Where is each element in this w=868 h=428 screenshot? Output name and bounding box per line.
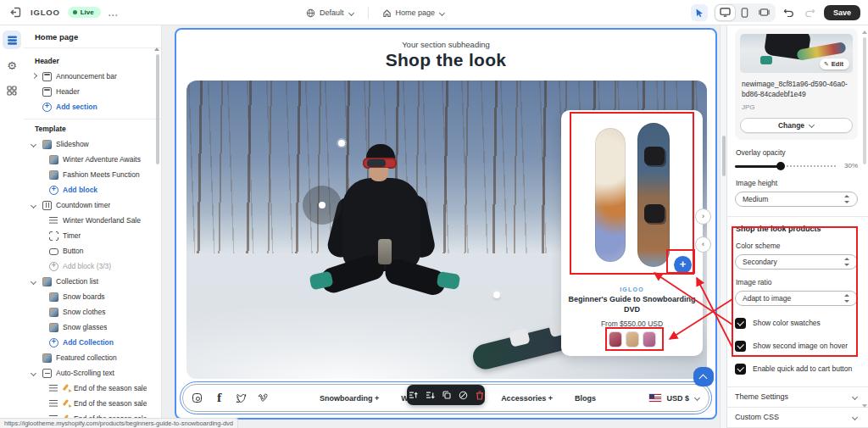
sidebar-item-add-section[interactable]: Add section (24, 99, 161, 114)
fullscreen-preview-button[interactable] (754, 5, 774, 20)
hide-section-icon[interactable] (459, 391, 468, 400)
redo-button[interactable] (803, 5, 818, 20)
mobile-preview-button[interactable] (735, 5, 754, 20)
color-scheme-select[interactable]: Secondary (735, 254, 858, 270)
selected-image-thumbnail[interactable]: ✎Edit (740, 34, 853, 73)
swatch-tan[interactable] (626, 332, 638, 347)
checkbox-row-show-second-image-on-hover[interactable]: Show second image on hover (735, 341, 858, 352)
carousel-prev-button[interactable]: ‹ (695, 236, 711, 253)
checkbox-row-enable-quick-add-to-cart-button[interactable]: Enable quick add to cart button (735, 364, 858, 375)
checked-checkbox-icon[interactable] (735, 364, 746, 375)
chevron-down-icon[interactable] (31, 202, 38, 209)
image-ratio-select[interactable]: Adapt to image (735, 291, 858, 306)
sidebar-scrollbar[interactable] (156, 54, 159, 164)
theme-settings-tab-icon[interactable]: ⚙ (3, 56, 21, 75)
image-height-select[interactable]: Medium (735, 192, 858, 207)
sidebar-item-fashion-meets-function[interactable]: Fashion Meets Function (24, 167, 161, 182)
chevron-down-icon[interactable] (31, 141, 38, 148)
delete-section-icon[interactable] (476, 391, 484, 400)
overlay-opacity-slider[interactable] (735, 161, 836, 170)
checkbox-row-show-color-swatches[interactable]: Show color swatches (735, 318, 858, 329)
page-selector[interactable]: Home page (377, 6, 451, 20)
add-icon (42, 103, 52, 112)
currency-selector[interactable]: USD $ (649, 394, 700, 403)
image-icon (49, 292, 58, 302)
desktop-preview-button[interactable] (715, 5, 735, 20)
move-up-icon[interactable] (409, 391, 418, 400)
instagram-icon[interactable] (192, 392, 203, 403)
change-image-button[interactable]: Change (740, 118, 853, 133)
duplicate-icon[interactable] (442, 391, 451, 399)
checked-checkbox-icon[interactable] (735, 341, 746, 352)
facebook-icon[interactable]: f (214, 392, 225, 403)
sidebar-item-collection-list[interactable]: Collection list (24, 274, 161, 289)
chevron-right-icon[interactable] (31, 73, 38, 81)
color-swatches[interactable] (561, 332, 703, 347)
custom-css-collapsible[interactable]: Custom CSS (735, 408, 858, 427)
footer-nav-accessories[interactable]: Accessories + (501, 394, 553, 403)
product-hotspot-halo[interactable] (303, 186, 342, 225)
undo-button[interactable] (782, 5, 797, 20)
sidebar-item-auto-scrolling-text[interactable]: Auto-Scrolling text (24, 365, 161, 381)
sidebar-item-winter-adventure-awaits[interactable]: Winter Adventure Awaits (24, 152, 161, 167)
exit-editor-icon[interactable] (8, 5, 23, 20)
sidebar-item-featured-collection[interactable]: Featured collection (24, 350, 161, 365)
locale-selector[interactable]: Default (301, 6, 359, 20)
product-title[interactable]: Beginner's Guide to Snowboarding DVD (568, 295, 696, 314)
panel-scrollbar[interactable] (862, 29, 867, 425)
sidebar-item-timer[interactable]: Timer (24, 228, 161, 243)
swatch-red[interactable] (609, 332, 621, 347)
sidebar-item-label: Add Collection (63, 338, 114, 347)
home-icon (382, 8, 392, 18)
product-card[interactable]: + IGLOO Beginner's Guide to Snowboarding… (561, 110, 703, 356)
chevron-down-icon (852, 394, 858, 400)
footer-nav-snowboarding[interactable]: Snowboarding + (320, 394, 379, 403)
inspector-pointer-icon[interactable] (691, 4, 708, 21)
move-down-icon[interactable] (426, 391, 435, 400)
carousel-next-button[interactable]: › (695, 208, 711, 225)
stepper-icon (843, 258, 850, 266)
device-preview-group (714, 3, 776, 22)
checked-checkbox-icon[interactable] (735, 318, 746, 329)
swatch-pink[interactable] (643, 332, 655, 347)
more-menu-icon[interactable]: ... (108, 8, 119, 18)
scroll-to-top-button[interactable] (693, 367, 714, 386)
sidebar-item-label: Announcement bar (56, 72, 117, 81)
sidebar-item-add-block[interactable]: Add block (24, 182, 161, 197)
chevron-down-icon[interactable] (31, 370, 38, 377)
sidebar-item-snow-glasses[interactable]: Snow glasses (24, 320, 161, 335)
sidebar-item-header[interactable]: Header (24, 84, 161, 99)
sidebar-item-slideshow[interactable]: Slideshow (24, 136, 161, 152)
sidebar-scroll-up-icon[interactable] (154, 47, 159, 51)
sidebar-item-winter-wonderland-sale[interactable]: Winter Wonderland Sale (24, 213, 161, 228)
sidebar-item-snow-boards[interactable]: Snow boards (24, 289, 161, 304)
sidebar-item-add-collection[interactable]: Add Collection (24, 335, 161, 350)
product-hotspot-dot[interactable] (338, 140, 345, 147)
sidebar-item-snow-clothes[interactable]: Snow clothes (24, 304, 161, 320)
sidebar-item-button[interactable]: Button (24, 243, 161, 258)
quick-add-button[interactable]: + (674, 256, 692, 274)
sidebar-item-label: Add block (3/3) (63, 262, 111, 270)
image-icon (49, 170, 58, 180)
sidebar-item-announcement-bar[interactable]: Announcement bar (24, 69, 161, 84)
sidebar-item-label: Add block (63, 186, 97, 194)
twitter-icon[interactable] (236, 392, 247, 403)
app-embeds-tab-icon[interactable] (3, 81, 21, 100)
product-hotspot-dot[interactable] (493, 292, 500, 298)
slider-knob[interactable] (776, 162, 785, 170)
lines-icon (49, 384, 58, 393)
sections-tab-icon[interactable] (3, 31, 21, 49)
sidebar-item-add-block-3-3[interactable]: Add block (3/3) (24, 258, 161, 274)
preview-scrollbar[interactable] (720, 25, 726, 428)
product-image[interactable] (571, 114, 693, 275)
edit-image-button[interactable]: ✎Edit (820, 58, 849, 69)
footer-nav-blogs[interactable]: Blogs (575, 394, 596, 403)
vimeo-icon[interactable] (258, 392, 269, 403)
sidebar-item-end-of-the-season-sale[interactable]: End of the season sale (24, 381, 161, 396)
chevron-down-icon[interactable] (31, 278, 38, 286)
theme-settings-collapsible[interactable]: Theme Settings (735, 387, 858, 407)
sidebar-item-countdown-timer[interactable]: Countdown timer (24, 197, 161, 213)
save-button[interactable]: Save (824, 5, 860, 20)
sidebar-item-end-of-the-season-sale[interactable]: End of the season sale (24, 396, 161, 411)
preview-area: Your section subheading Shop the look (162, 25, 720, 428)
